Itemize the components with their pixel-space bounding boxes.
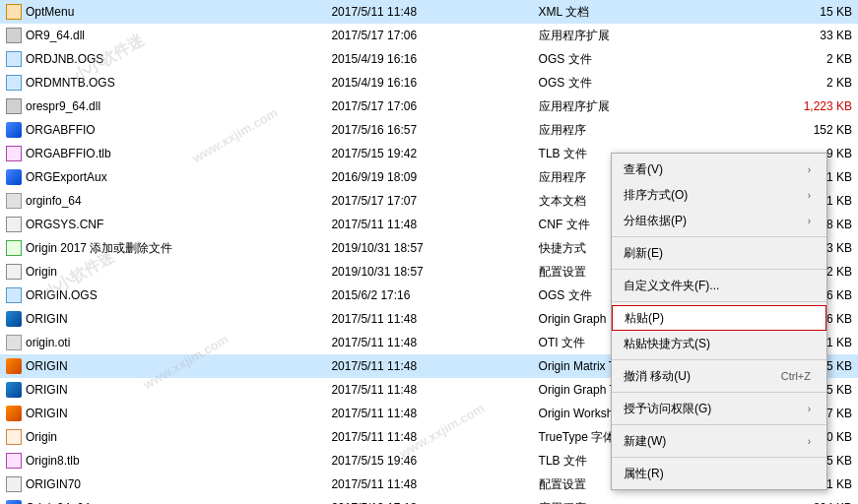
file-date: 2017/5/11 11:48 (325, 354, 532, 378)
menu-arrow-icon: › (808, 436, 811, 447)
file-date: 2017/5/11 11:48 (325, 472, 532, 496)
menu-item-4[interactable]: 自定义文件夹(F)... (612, 273, 826, 298)
menu-arrow-icon: › (808, 216, 811, 226)
menu-item-2[interactable]: 分组依据(P)› (612, 208, 826, 233)
file-name: Origin8.tlb (26, 454, 80, 468)
file-name: Origin (26, 430, 57, 444)
table-row[interactable]: OR9_64.dll2017/5/17 17:06应用程序扩展33 KB (0, 24, 858, 47)
file-icon (6, 287, 22, 303)
menu-item-5[interactable]: 粘贴(P) (612, 305, 826, 331)
menu-item-label: 刷新(E) (624, 245, 663, 262)
table-row[interactable]: OptMenu2017/5/11 11:48XML 文档15 KB (0, 0, 858, 24)
context-menu: 查看(V)›排序方式(O)›分组依据(P)›刷新(E)自定义文件夹(F)...粘… (611, 153, 827, 490)
menu-item-7[interactable]: 撤消 移动(U)Ctrl+Z (612, 363, 826, 389)
file-name: OR9_64.dll (26, 29, 85, 42)
file-size: 15 KB (740, 0, 858, 24)
table-row[interactable]: ORDJNB.OGS2015/4/19 16:16OGS 文件2 KB (0, 47, 858, 71)
menu-separator (612, 392, 826, 393)
file-date: 2017/5/17 17:06 (325, 24, 532, 47)
file-icon (6, 193, 22, 209)
menu-arrow-icon: › (808, 164, 811, 175)
menu-item-0[interactable]: 查看(V)› (612, 157, 826, 182)
file-icon (6, 311, 22, 327)
file-name: orespr9_64.dll (26, 99, 100, 113)
menu-item-label: 授予访问权限(G) (624, 401, 711, 417)
file-name: ORGABFFIO (26, 123, 96, 137)
file-date: 2017/5/15 19:42 (325, 142, 532, 165)
file-icon (6, 98, 22, 114)
file-name: ORDJNB.OGS (26, 52, 103, 66)
file-date: 2019/10/31 18:57 (325, 236, 532, 260)
file-icon (6, 146, 22, 161)
file-icon (6, 476, 22, 492)
menu-item-9[interactable]: 新建(W)› (612, 428, 826, 454)
file-icon (6, 28, 22, 43)
file-name: Origin 2017 添加或删除文件 (26, 241, 172, 255)
menu-item-10[interactable]: 属性(R) (612, 461, 826, 486)
file-type: OGS 文件 (533, 47, 740, 71)
file-icon (6, 500, 22, 504)
menu-item-8[interactable]: 授予访问权限(G)› (612, 396, 826, 421)
file-type: 应用程序 (533, 496, 740, 504)
menu-separator (612, 269, 826, 270)
file-name: origin.oti (26, 336, 70, 349)
menu-item-label: 自定义文件夹(F)... (624, 278, 719, 294)
file-type: 应用程序扩展 (533, 94, 740, 118)
file-date: 2017/5/11 11:48 (325, 378, 532, 402)
file-date: 2017/5/19 17:18 (325, 496, 532, 504)
menu-item-6[interactable]: 粘贴快捷方式(S) (612, 331, 826, 356)
file-list: 小小软件迷 www.xxjim.com 小小软件迷 www.xxjim.com … (0, 0, 858, 504)
menu-item-3[interactable]: 刷新(E) (612, 240, 826, 266)
file-icon (6, 51, 22, 67)
file-icon (6, 217, 22, 232)
menu-item-1[interactable]: 排序方式(O)› (612, 182, 826, 208)
file-type: XML 文档 (533, 0, 740, 24)
menu-item-label: 撤消 移动(U) (624, 368, 691, 385)
menu-separator (612, 236, 826, 237)
file-icon (6, 169, 22, 185)
file-date: 2017/5/11 11:48 (325, 425, 532, 449)
file-icon (6, 122, 22, 138)
file-icon (6, 75, 22, 91)
menu-item-label: 属性(R) (624, 466, 664, 482)
file-name: ORIGIN (26, 359, 68, 373)
table-row[interactable]: ORDMNTB.OGS2015/4/19 16:16OGS 文件2 KB (0, 71, 858, 94)
file-date: 2017/5/11 11:48 (325, 307, 532, 331)
file-name: ORIGIN (26, 312, 68, 326)
file-size: 894 KB (740, 496, 858, 504)
menu-item-label: 排序方式(O) (624, 187, 688, 204)
file-size: 152 KB (740, 118, 858, 142)
file-date: 2015/6/2 17:16 (325, 284, 532, 307)
file-name: OptMenu (26, 5, 74, 19)
file-name: Origin (26, 265, 57, 279)
table-row[interactable]: orespr9_64.dll2017/5/17 17:06应用程序扩展1,223… (0, 94, 858, 118)
file-date: 2017/5/16 16:57 (325, 118, 532, 142)
menu-shortcut: Ctrl+Z (781, 370, 811, 382)
file-icon (6, 240, 22, 256)
file-icon (6, 264, 22, 280)
file-name: ORGExportAux (26, 170, 107, 184)
table-row[interactable]: ORGABFFIO2017/5/16 16:57应用程序152 KB (0, 118, 858, 142)
menu-arrow-icon: › (808, 404, 811, 414)
file-icon (6, 406, 22, 421)
menu-separator (612, 424, 826, 425)
file-name: orginfo_64 (26, 194, 82, 208)
file-date: 2017/5/17 17:07 (325, 189, 532, 213)
menu-item-label: 新建(W) (624, 433, 666, 450)
menu-item-label: 分组依据(P) (624, 213, 687, 229)
file-size: 1,223 KB (740, 94, 858, 118)
file-date: 2017/5/11 11:48 (325, 331, 532, 354)
file-size: 2 KB (740, 47, 858, 71)
file-date: 2019/10/31 18:57 (325, 260, 532, 284)
file-icon (6, 358, 22, 374)
file-icon (6, 453, 22, 469)
menu-separator (612, 457, 826, 458)
menu-item-label: 粘贴(P) (625, 310, 664, 327)
table-row[interactable]: Origin94_642017/5/19 17:18应用程序894 KB (0, 496, 858, 504)
file-name: ORGABFFIO.tlb (26, 147, 111, 160)
file-name: ORIGIN (26, 383, 68, 397)
menu-separator (612, 301, 826, 302)
file-date: 2017/5/11 11:48 (325, 213, 532, 236)
file-date: 2016/9/19 18:09 (325, 165, 532, 189)
file-date: 2017/5/15 19:46 (325, 449, 532, 472)
